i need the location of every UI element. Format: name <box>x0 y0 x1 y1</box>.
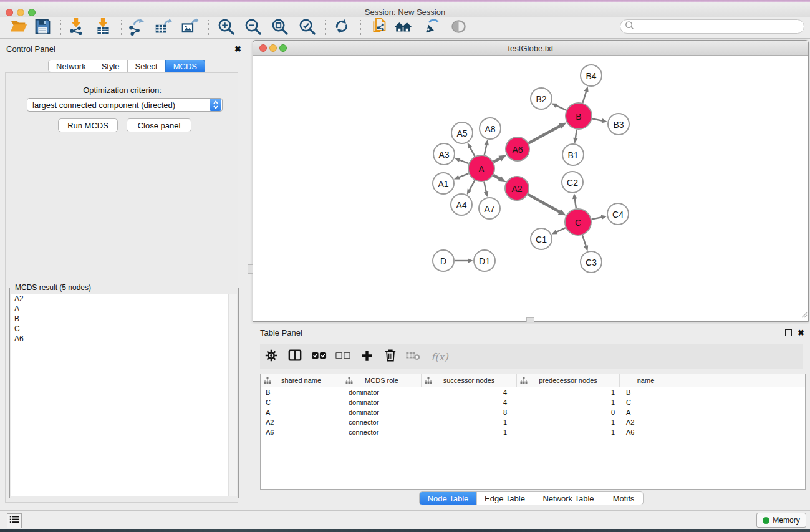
table-cell[interactable] <box>672 427 805 437</box>
table-cell[interactable]: 4 <box>422 387 517 397</box>
add-column-button[interactable] <box>359 349 375 365</box>
table-close-icon[interactable]: ✖ <box>798 329 804 337</box>
column-header-successor-nodes[interactable]: successor nodes <box>422 374 517 387</box>
table-cell[interactable] <box>672 407 805 417</box>
tab-edge-table[interactable]: Edge Table <box>476 492 533 505</box>
graph-node-B1[interactable]: B1 <box>562 144 584 165</box>
table-cell[interactable]: 1 <box>517 417 620 427</box>
delete-column-button[interactable] <box>382 349 398 365</box>
graph-node-B2[interactable]: B2 <box>531 88 552 109</box>
column-header-shared-name[interactable]: shared name <box>261 374 342 387</box>
network-canvas[interactable]: B4B2BB3A8A5A6B1A3AC2A1A2A4A7C4CC1DD1C3 <box>253 56 808 321</box>
delete-table-button[interactable] <box>405 349 421 365</box>
table-cell[interactable]: C <box>620 397 672 407</box>
memory-button[interactable]: Memory <box>756 513 806 528</box>
table-cell[interactable]: A <box>261 407 342 417</box>
table-settings-button[interactable] <box>263 349 279 365</box>
table-cell[interactable]: connector <box>342 427 422 437</box>
table-cell[interactable]: 4 <box>422 397 517 407</box>
graph-node-C2[interactable]: C2 <box>562 172 583 193</box>
graph-node-B4[interactable]: B4 <box>581 65 602 86</box>
table-cell[interactable]: connector <box>342 417 422 427</box>
column-header-mcds-role[interactable]: MCDS role <box>342 374 422 387</box>
select-all-button[interactable] <box>311 349 327 365</box>
import-table-button[interactable] <box>92 17 113 37</box>
tab-node-table[interactable]: Node Table <box>420 492 476 505</box>
graph-edge-A-A5[interactable] <box>468 143 475 157</box>
mcds-result-item[interactable]: B <box>11 314 228 324</box>
export-network-button[interactable] <box>125 17 147 37</box>
export-image-button[interactable] <box>179 17 200 37</box>
graph-node-A1[interactable]: A1 <box>433 173 454 194</box>
table-cell[interactable]: dominator <box>342 407 422 417</box>
show-task-history-button[interactable] <box>7 513 22 528</box>
graph-node-D1[interactable]: D1 <box>474 250 495 271</box>
function-builder-button[interactable]: f(x) <box>427 349 452 365</box>
graph-edge-C-C3[interactable] <box>582 235 588 251</box>
table-cell[interactable]: 1 <box>517 427 620 437</box>
graph-node-A2[interactable]: A2 <box>505 177 529 200</box>
mcds-result-item[interactable]: A <box>11 304 228 314</box>
table-row[interactable]: A6connector11A6 <box>261 427 805 437</box>
table-cell[interactable]: A2 <box>620 417 672 427</box>
table-cell[interactable]: 1 <box>517 397 620 407</box>
zoom-in-button[interactable] <box>215 17 236 37</box>
tab-network-table[interactable]: Network Table <box>533 492 604 505</box>
network-from-document-button[interactable] <box>368 17 389 37</box>
graph-edge-A6-B[interactable] <box>529 122 567 143</box>
zoom-fit-button[interactable] <box>269 17 290 37</box>
graph-node-A6[interactable]: A6 <box>506 137 529 161</box>
graph-node-C4[interactable]: C4 <box>607 203 629 225</box>
table-row[interactable]: Adominator80A <box>261 407 805 417</box>
column-header-name[interactable]: name <box>620 374 672 387</box>
tab-select[interactable]: Select <box>127 60 166 72</box>
mcds-result-item[interactable]: C <box>11 324 228 334</box>
table-row[interactable]: Cdominator41C <box>261 397 805 407</box>
export-table-button[interactable] <box>152 17 173 37</box>
run-mcds-button[interactable]: Run MCDS <box>58 118 118 132</box>
home-button[interactable] <box>393 17 414 37</box>
graph-edge-A-A7[interactable] <box>484 182 488 198</box>
table-cell[interactable]: A6 <box>261 427 342 437</box>
show-hide-details-button[interactable] <box>448 17 469 37</box>
graph-edge-A2-C[interactable] <box>528 195 566 216</box>
resize-grip-icon[interactable] <box>800 309 808 321</box>
graph-edge-C-C1[interactable] <box>551 228 566 234</box>
table-cell[interactable] <box>672 417 805 427</box>
tab-motifs[interactable]: Motifs <box>604 492 643 505</box>
graph-node-B[interactable]: B <box>566 103 592 129</box>
mcds-result-scrollbar[interactable] <box>228 294 237 496</box>
graph-node-C3[interactable]: C3 <box>581 251 602 273</box>
table-cell[interactable]: 1 <box>517 387 620 397</box>
graph-node-A8[interactable]: A8 <box>480 118 501 139</box>
table-cell[interactable]: A2 <box>261 417 342 427</box>
apply-layout-button[interactable] <box>331 17 352 37</box>
network-graph[interactable]: B4B2BB3A8A5A6B1A3AC2A1A2A4A7C4CC1DD1C3 <box>253 56 808 321</box>
table-cell[interactable]: B <box>261 387 342 397</box>
mcds-result-item[interactable]: A6 <box>11 334 228 344</box>
zoom-out-button[interactable] <box>242 17 263 37</box>
graph-edge-A-A8[interactable] <box>485 140 489 155</box>
graph-node-A4[interactable]: A4 <box>451 194 472 215</box>
graph-node-A3[interactable]: A3 <box>433 143 455 165</box>
table-cell[interactable]: dominator <box>342 397 422 407</box>
graph-edge-A-A3[interactable] <box>455 158 469 163</box>
search-field[interactable] <box>620 19 804 34</box>
graph-node-A[interactable]: A <box>468 155 494 181</box>
close-panel-button[interactable]: Close panel <box>127 118 191 132</box>
graph-node-A7[interactable]: A7 <box>479 198 500 219</box>
graph-node-C[interactable]: C <box>565 209 591 235</box>
split-divider-handle-vertical[interactable] <box>248 264 253 274</box>
graph-edge-A-A4[interactable] <box>467 180 475 195</box>
graph-edge-A-A1[interactable] <box>454 173 469 180</box>
graph-edge-A-A6[interactable] <box>493 155 506 162</box>
table-cell[interactable]: C <box>261 397 342 407</box>
graph-edge-C-C4[interactable] <box>592 215 607 220</box>
open-session-button[interactable] <box>8 17 29 37</box>
table-row[interactable]: A2connector11A2 <box>261 417 805 427</box>
graph-node-B3[interactable]: B3 <box>608 114 629 135</box>
table-cell[interactable]: A <box>620 407 672 417</box>
table-cell[interactable]: 1 <box>422 427 517 437</box>
graph-edge-B-B2[interactable] <box>551 104 566 110</box>
search-input[interactable] <box>637 22 804 31</box>
